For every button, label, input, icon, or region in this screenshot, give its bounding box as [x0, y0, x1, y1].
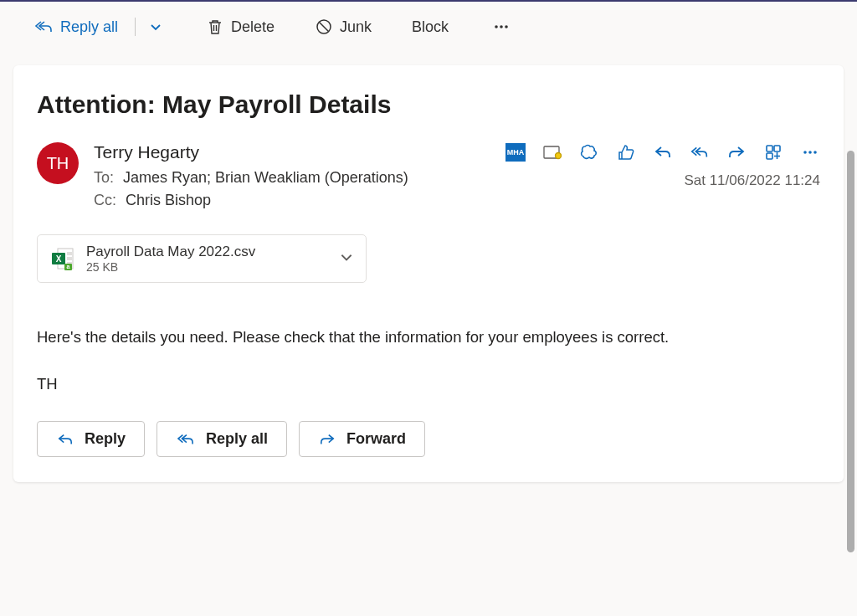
svg-point-2 — [500, 25, 503, 28]
forward-label: Forward — [346, 430, 406, 448]
svg-rect-7 — [774, 146, 780, 151]
reply-all-icon-small[interactable] — [690, 142, 710, 162]
email-card: Attention: May Payroll Details TH Terry … — [13, 65, 844, 482]
email-header: TH Terry Hegarty To: James Ryan; Brian W… — [37, 142, 820, 214]
body-line-1: Here's the details you need. Please chec… — [37, 325, 820, 350]
svg-rect-8 — [767, 153, 772, 159]
email-body: Here's the details you need. Please chec… — [37, 325, 820, 396]
reply-all-button[interactable]: Reply all — [25, 13, 126, 41]
sender-avatar[interactable]: TH — [37, 142, 79, 184]
trash-icon — [206, 18, 224, 36]
to-recipients[interactable]: James Ryan; Brian Weakliam (Operations) — [123, 169, 408, 186]
reply-label: Reply — [85, 430, 126, 448]
like-icon[interactable] — [616, 142, 636, 162]
reply-all-icon — [176, 432, 196, 447]
forward-icon[interactable] — [726, 142, 747, 162]
svg-rect-6 — [767, 146, 772, 151]
svg-point-1 — [495, 25, 498, 28]
top-toolbar: Reply all Delete Junk Block — [0, 2, 857, 52]
excel-file-icon: X a — [49, 245, 76, 272]
junk-label: Junk — [340, 18, 372, 36]
reply-all-icon — [33, 18, 54, 35]
attachment-info: Payroll Data May 2022.csv 25 KB — [86, 244, 329, 274]
toolbar-divider — [135, 18, 136, 36]
svg-text:X: X — [56, 254, 62, 264]
sender-name[interactable]: Terry Hegarty — [94, 142, 490, 162]
attachment-size: 25 KB — [86, 260, 329, 274]
attachment-dropdown[interactable] — [339, 249, 354, 268]
forward-icon — [318, 432, 336, 447]
prohibit-icon — [315, 18, 333, 36]
chevron-down-icon — [149, 20, 162, 33]
junk-button[interactable]: Junk — [306, 13, 380, 41]
block-label: Block — [412, 18, 449, 36]
forward-button[interactable]: Forward — [299, 421, 425, 457]
more-icon[interactable] — [800, 142, 820, 162]
timestamp: Sat 11/06/2022 11:24 — [684, 172, 820, 189]
block-button[interactable]: Block — [403, 13, 457, 41]
delete-label: Delete — [231, 18, 275, 36]
mha-addon-icon[interactable]: MHA — [505, 142, 526, 162]
reply-all-dropdown[interactable] — [144, 15, 167, 38]
reply-all-label: Reply all — [60, 18, 118, 36]
email-subject: Attention: May Payroll Details — [37, 90, 820, 119]
svg-text:a: a — [67, 264, 70, 270]
ellipsis-icon — [492, 18, 511, 36]
reply-icon[interactable] — [653, 142, 673, 162]
apps-icon[interactable] — [763, 142, 783, 162]
message-actions: MHA — [505, 142, 820, 162]
cc-label: Cc: — [94, 192, 116, 208]
delete-button[interactable]: Delete — [198, 13, 283, 41]
svg-rect-15 — [67, 252, 72, 255]
svg-point-3 — [505, 25, 508, 28]
sender-block: Terry Hegarty To: James Ryan; Brian Weak… — [94, 142, 490, 214]
svg-point-5 — [556, 153, 562, 159]
cc-recipients[interactable]: Chris Bishop — [126, 192, 211, 208]
body-line-2: TH — [37, 372, 820, 397]
footer-actions: Reply Reply all Forward — [37, 421, 820, 457]
to-line: To: James Ryan; Brian Weakliam (Operatio… — [94, 169, 490, 187]
more-actions-button[interactable] — [484, 13, 519, 41]
scrollbar-thumb[interactable] — [847, 151, 854, 552]
addon-icon[interactable] — [542, 142, 562, 162]
reply-icon — [56, 432, 74, 447]
attachment-name: Payroll Data May 2022.csv — [86, 244, 329, 260]
svg-point-11 — [813, 151, 817, 154]
reply-button[interactable]: Reply — [37, 421, 145, 457]
svg-rect-16 — [67, 257, 72, 260]
cc-line: Cc: Chris Bishop — [94, 192, 490, 209]
reply-all-label: Reply all — [206, 430, 268, 448]
reply-all-button-footer[interactable]: Reply all — [157, 421, 287, 457]
attachment-chip[interactable]: X a Payroll Data May 2022.csv 25 KB — [37, 234, 367, 283]
copilot-icon[interactable] — [579, 142, 599, 162]
svg-point-9 — [803, 151, 807, 154]
header-right: MHA — [505, 142, 820, 189]
to-label: To: — [94, 169, 114, 186]
svg-point-10 — [808, 151, 812, 154]
